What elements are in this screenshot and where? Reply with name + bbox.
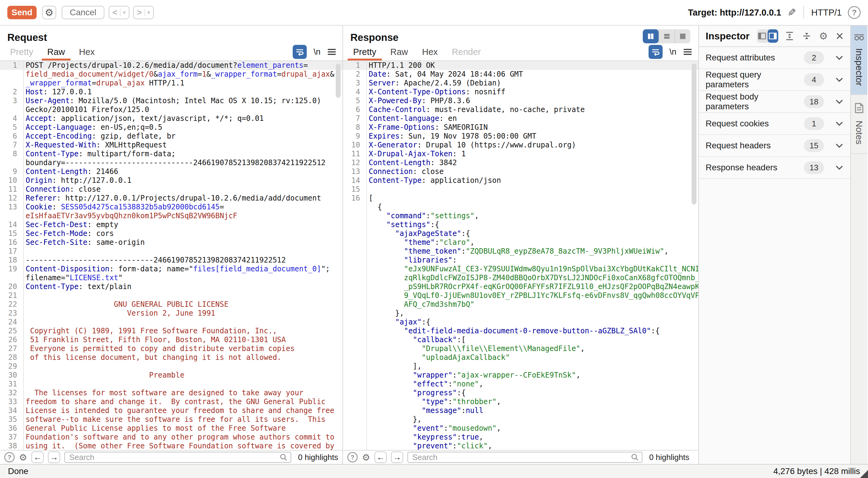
code-line: { [343, 203, 698, 212]
code-line: 2Date: Sat, 04 May 2024 18:44:06 GMT [343, 70, 698, 79]
history-forward-button[interactable]: > ▾ [133, 6, 154, 19]
show-newlines-toggle[interactable]: \n [669, 47, 676, 57]
chevron-down-icon [835, 77, 844, 82]
search-prev-button[interactable]: ← [374, 451, 387, 463]
side-tab-inspector[interactable]: Inspector [851, 26, 867, 95]
response-editor[interactable]: 1HTTP/1.1 200 OK2Date: Sat, 04 May 2024 … [343, 61, 698, 450]
columns-layout-icon [647, 33, 654, 40]
tab-pretty[interactable]: Pretty [348, 43, 382, 60]
code-line: 33freedom to share and change it. By con… [0, 397, 342, 406]
inspector-section-request-query-parameters[interactable]: Request query parameters4 [699, 69, 850, 91]
inspector-section-request-cookies[interactable]: Request cookies1 [699, 113, 850, 135]
code-line: 10X-Generator: Drupal 10 (https://www.dr… [343, 141, 698, 150]
code-line: 4Accept: application/json, text/javascri… [0, 114, 342, 123]
search-settings-icon[interactable]: ⚙ [19, 452, 27, 463]
request-title: Request [7, 32, 47, 43]
code-line: "libraries": [343, 256, 698, 265]
response-metrics: 4,276 bytes | 428 millis [773, 467, 860, 476]
tab-pretty: Pretty [5, 43, 39, 60]
word-wrap-toggle[interactable] [649, 45, 662, 59]
collapse-all-icon[interactable] [802, 31, 811, 40]
inspector-close-icon[interactable]: × [836, 29, 844, 43]
inspector-section-label: Request body parameters [706, 92, 804, 112]
search-icon [280, 453, 287, 461]
code-line: "Drupal\\file\\Element\\ManagedFile", [343, 344, 698, 353]
inspector-title: Inspector [706, 31, 750, 42]
send-settings-button[interactable]: ⚙ [42, 6, 56, 19]
inspector-settings-icon[interactable]: ⚙ [819, 30, 828, 42]
code-line: 11Connection: close [0, 185, 342, 194]
editor-menu-icon[interactable] [327, 48, 336, 56]
dock-right-button[interactable] [768, 29, 778, 43]
inspector-section-request-attributes[interactable]: Request attributes2 [699, 47, 850, 69]
response-search-input[interactable] [407, 452, 643, 463]
layout-columns-button[interactable] [643, 29, 659, 43]
code-line: 12Referer: http://127.0.0.1/Projects/dru… [0, 194, 342, 203]
side-tab-notes[interactable]: Notes [851, 95, 867, 153]
request-search-input[interactable] [64, 452, 291, 463]
code-line: "uploadAjaxCallback" [343, 353, 698, 362]
inspector-panel: Inspector [699, 26, 851, 464]
request-scrollbar[interactable] [336, 63, 341, 98]
code-line: "callback":[ [343, 335, 698, 344]
arrow-right-icon: → [393, 453, 401, 462]
send-button[interactable]: Send [7, 6, 37, 19]
count-badge: 4 [804, 73, 824, 86]
code-line: 24 [0, 318, 342, 327]
code-line: 14Content-Type: application/json [343, 176, 698, 185]
tab-raw[interactable]: Raw [42, 43, 70, 60]
resize-corner-handle[interactable] [860, 470, 868, 478]
code-line: 1HTTP/1.1 200 OK [343, 61, 698, 70]
search-next-button[interactable]: → [48, 451, 60, 463]
response-scrollbar[interactable] [691, 63, 696, 205]
code-line: filename="LICENSE.txt" [0, 273, 342, 282]
target-label: Target: http://127.0.0.1 [688, 8, 781, 18]
chevron-down-icon [835, 143, 844, 148]
tab-hex[interactable]: Hex [416, 43, 443, 60]
code-line: 14Sec-Fetch-Dest: empty [0, 220, 342, 229]
code-line: 23 Version 2, June 1991 [0, 309, 342, 318]
word-wrap-toggle[interactable] [293, 45, 307, 59]
search-help-icon[interactable]: ? [347, 452, 358, 462]
divider [803, 6, 804, 19]
layout-toggle [643, 29, 690, 43]
dock-left-button[interactable] [757, 29, 768, 43]
help-icon[interactable]: ? [848, 6, 861, 19]
code-line: 5Accept-Language: en-US,en;q=0.5 [0, 123, 342, 132]
search-next-button[interactable]: → [391, 451, 403, 463]
tab-hex[interactable]: Hex [73, 43, 100, 60]
edit-target-icon[interactable]: ✎ [787, 6, 796, 19]
request-editor[interactable]: 1POST /Projects/drupal-10.2.6/media/add/… [0, 61, 342, 450]
history-back-button[interactable]: < ▾ [108, 6, 129, 19]
show-newlines-toggle[interactable]: \n [313, 47, 320, 57]
code-line: 7X-Requested-With: XMLHttpRequest [0, 141, 342, 150]
inspector-section-request-body-parameters[interactable]: Request body parameters18 [699, 91, 850, 113]
editor-menu-icon[interactable] [683, 48, 692, 56]
inspector-section-response-headers[interactable]: Response headers13 [699, 157, 850, 179]
wrap-lines-icon [296, 48, 304, 56]
arrow-left-icon: ← [376, 453, 384, 462]
expand-all-icon[interactable] [785, 31, 794, 40]
code-line: "eJx9UNFuwzAI_CE3-YZ9SUUIWdmw8Qyu1n19nSp… [343, 265, 698, 273]
code-line: 16[ [343, 194, 698, 203]
http-version-dropdown[interactable]: HTTP/1 [811, 8, 842, 18]
code-line: 8Content-Type: multipart/form-data; [0, 150, 342, 158]
cancel-button[interactable]: Cancel [62, 6, 104, 19]
layout-single-button[interactable] [675, 29, 690, 43]
count-badge: 15 [804, 139, 824, 152]
inspector-section-request-headers[interactable]: Request headers15 [699, 135, 850, 157]
chevron-left-icon: < [112, 8, 117, 18]
code-line: "settings":{ [343, 220, 698, 229]
count-badge: 18 [804, 95, 824, 108]
code-line: "progress":{ [343, 389, 698, 397]
search-help-icon[interactable]: ? [4, 452, 14, 462]
code-line: _pS9HLbR7ROcrPX4f-eqKGrOQ00FAFYFsR7IFZL9… [343, 282, 698, 291]
tab-raw[interactable]: Raw [385, 43, 413, 60]
layout-rows-button[interactable] [659, 29, 675, 43]
code-line: 34License is intended to guarantee your … [0, 406, 342, 415]
search-prev-button[interactable]: ← [31, 451, 44, 463]
code-line: 32 The licenses for most software are de… [0, 389, 342, 397]
search-icon [631, 453, 639, 461]
code-line: "keypress":true, [343, 433, 698, 442]
search-settings-icon[interactable]: ⚙ [362, 452, 370, 463]
